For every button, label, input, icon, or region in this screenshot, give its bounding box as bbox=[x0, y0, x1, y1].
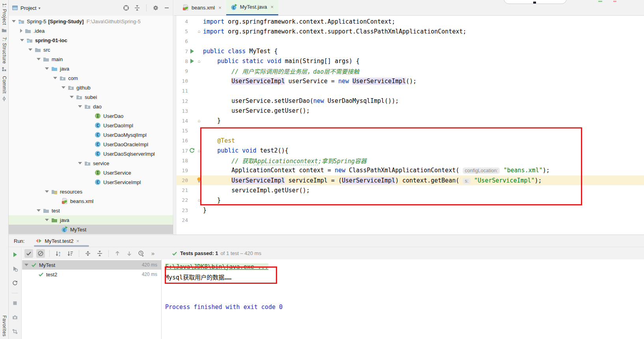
tree-item-main[interactable]: main bbox=[9, 54, 173, 64]
test-tree-item-mytest[interactable]: MyTest420 ms bbox=[22, 260, 161, 270]
tree-item-mytest[interactable]: CMyTest bbox=[9, 225, 173, 234]
code-line-19[interactable]: 19 ApplicationContext context = new Clas… bbox=[174, 166, 644, 175]
code-line-24[interactable]: 24 bbox=[174, 215, 644, 225]
tree-item-userservice[interactable]: IUserService bbox=[9, 168, 173, 177]
code-line-9[interactable]: 9 // 用户实际调用的是业务层，dao层不需要接触 bbox=[174, 66, 644, 76]
rerun-green-icon[interactable] bbox=[189, 147, 195, 154]
chevron-down-icon[interactable] bbox=[70, 96, 74, 98]
gutter[interactable]: 13 bbox=[174, 106, 203, 116]
gutter[interactable]: 17⌂ bbox=[174, 145, 203, 155]
gutter[interactable]: 21 bbox=[174, 185, 203, 195]
test-tree-item-test2[interactable]: test2420 ms bbox=[22, 270, 161, 279]
gutter[interactable]: 18 bbox=[174, 156, 203, 166]
code-line-21[interactable]: 21 serviceImpl.getUser(); bbox=[174, 185, 644, 195]
tree-item-dao[interactable]: dao bbox=[9, 102, 173, 111]
chevron-down-icon[interactable] bbox=[78, 162, 82, 164]
chevron-down-icon[interactable] bbox=[45, 67, 49, 70]
tool-button-commit[interactable]: Commit bbox=[0, 76, 8, 102]
toolbar-button-next-test[interactable] bbox=[125, 249, 134, 258]
strip-button-rerun-failed[interactable] bbox=[11, 264, 19, 273]
tree-item-userdaomysqlimpl[interactable]: CUserDaoMysqlImpl bbox=[9, 130, 173, 140]
chevron-down-icon[interactable]: ▾ bbox=[38, 6, 40, 10]
toolbar-button-show-ignored[interactable] bbox=[36, 249, 45, 258]
strip-button-gc[interactable] bbox=[11, 327, 19, 336]
tree-item-test[interactable]: test bbox=[9, 206, 173, 215]
chevron-down-icon[interactable] bbox=[12, 20, 16, 22]
gutter[interactable]: 24 bbox=[174, 215, 203, 225]
bulb-icon[interactable] bbox=[196, 177, 202, 183]
gutter[interactable]: 7 bbox=[174, 47, 203, 56]
chevron-down-icon[interactable] bbox=[37, 209, 41, 212]
gutter[interactable]: 12 bbox=[174, 96, 203, 106]
code-line-16[interactable]: 16 @Test bbox=[174, 136, 644, 145]
minimize-icon[interactable] bbox=[164, 5, 170, 11]
chevron-right-icon[interactable] bbox=[20, 29, 22, 33]
tree-item-spring-5[interactable]: Spring-5[Spring-Study]F:\Java\Github\Spr… bbox=[9, 17, 173, 26]
chevron-down-icon[interactable] bbox=[53, 77, 57, 79]
code-line-7[interactable]: 7public class MyTest { bbox=[174, 47, 644, 56]
tree-item-java[interactable]: java bbox=[9, 215, 173, 225]
gutter[interactable]: 4 bbox=[174, 17, 203, 26]
toolbar-button-show-passed[interactable] bbox=[24, 249, 33, 258]
strip-button-refresh[interactable] bbox=[11, 279, 19, 287]
tool-button----project[interactable]: 1: Project bbox=[0, 3, 8, 34]
gutter[interactable]: 5⌂ bbox=[174, 26, 203, 36]
code-line-18[interactable]: 18 // 获取AppLicationcontext;拿到Spring容器 bbox=[174, 156, 644, 166]
project-panel-title[interactable]: Project bbox=[20, 5, 36, 11]
chevron-down-icon[interactable] bbox=[45, 190, 49, 193]
toolbar-button-sort-by-duration[interactable] bbox=[66, 249, 74, 258]
close-icon[interactable]: × bbox=[76, 238, 79, 244]
code-line-10[interactable]: 10 UserServiceImpl userService = new Use… bbox=[174, 76, 644, 86]
gutter[interactable]: 23 bbox=[174, 205, 203, 215]
toolbar-button-expand-all[interactable] bbox=[84, 249, 92, 258]
code-line-17[interactable]: 17⌂ public void test2(){ bbox=[174, 145, 644, 155]
tool-button----structure[interactable]: 7: Structure bbox=[0, 37, 8, 73]
chevron-down-icon[interactable] bbox=[24, 264, 28, 266]
tree-item-beans.xml[interactable]: beans.xml bbox=[9, 196, 173, 206]
console-line[interactable]: F:\Java\JDK8\bin\java.exe ... bbox=[165, 262, 644, 272]
gutter[interactable]: 15 bbox=[174, 126, 203, 136]
tree-item-userserviceimpl[interactable]: CUserServiceImpl bbox=[9, 177, 173, 187]
collapse-all-icon[interactable] bbox=[134, 5, 140, 11]
run-tab[interactable]: MyTest.test2 × bbox=[35, 238, 79, 244]
code-line-8[interactable]: 8⌂ public static void main(String[] args… bbox=[174, 56, 644, 66]
gutter[interactable]: 22⌂ bbox=[174, 195, 203, 205]
tree-item-userdaosqlserverimpl[interactable]: CUserDaoSqlserverImpl bbox=[9, 149, 173, 158]
tab-mytest-java[interactable]: CMyTest.java× bbox=[226, 0, 278, 15]
console-output[interactable]: F:\Java\JDK8\bin\java.exe ...Mysql获取用户的数… bbox=[162, 259, 644, 339]
tree-item-subei[interactable]: subei bbox=[9, 92, 173, 102]
code-line-4[interactable]: 4import org.springframework.context.Appl… bbox=[174, 17, 644, 26]
tree-item-userdaooracleimpl[interactable]: CUserDaoOracleImpl bbox=[9, 140, 173, 149]
target-icon[interactable] bbox=[123, 5, 129, 11]
strip-button-stop[interactable] bbox=[11, 299, 19, 307]
gutter[interactable]: 16 bbox=[174, 136, 203, 145]
code-line-22[interactable]: 22⌂ } bbox=[174, 195, 644, 205]
code-line-12[interactable]: 12 userService.setUserDao(new UserDaoMys… bbox=[174, 96, 644, 106]
chevron-down-icon[interactable] bbox=[45, 219, 49, 221]
code-line-6[interactable]: 6 bbox=[174, 36, 644, 46]
close-icon[interactable]: × bbox=[218, 5, 221, 11]
tree-item-userdao[interactable]: IUserDao bbox=[9, 111, 173, 121]
gutter[interactable]: 11 bbox=[174, 86, 203, 96]
gutter[interactable]: 20 bbox=[174, 175, 203, 185]
code-line-13[interactable]: 13 userService.getUser(); bbox=[174, 106, 644, 116]
tree-item-service[interactable]: service bbox=[9, 158, 173, 168]
code-line-23[interactable]: 23} bbox=[174, 205, 644, 215]
chevron-down-icon[interactable] bbox=[61, 86, 65, 89]
toolbar-button-previous-test[interactable] bbox=[113, 249, 122, 258]
code-line-5[interactable]: 5⌂import org.springframework.context.sup… bbox=[174, 26, 644, 36]
tree-item-github[interactable]: github bbox=[9, 83, 173, 92]
toolbar-button-test-history[interactable] bbox=[137, 249, 145, 258]
code-line-20[interactable]: 20 UserServiceImpl serviceImpl = (UserSe… bbox=[174, 175, 644, 185]
strip-button-camera[interactable] bbox=[11, 313, 19, 322]
tree-item-java[interactable]: java bbox=[9, 64, 173, 73]
play-green-icon[interactable] bbox=[189, 58, 195, 64]
chevron-down-icon[interactable] bbox=[78, 105, 82, 108]
tree-item-.idea[interactable]: .idea bbox=[9, 26, 173, 35]
tool-button-favorites[interactable]: Favorites bbox=[0, 315, 9, 337]
gutter[interactable]: 9 bbox=[174, 66, 203, 76]
gutter[interactable]: 19 bbox=[174, 166, 203, 175]
gutter[interactable]: 6 bbox=[174, 36, 203, 46]
tree-item-userdaoimpl[interactable]: CUserDaoImpl bbox=[9, 121, 173, 130]
chevron-down-icon[interactable] bbox=[20, 39, 24, 41]
